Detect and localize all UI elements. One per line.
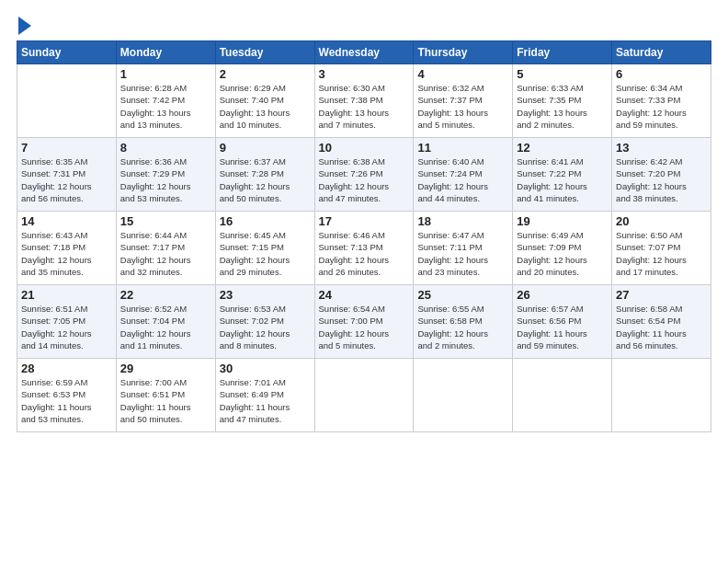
- calendar-cell: [17, 64, 117, 138]
- day-number: 27: [616, 288, 707, 302]
- day-info: Sunrise: 6:55 AMSunset: 6:58 PMDaylight:…: [417, 303, 508, 351]
- day-number: 20: [616, 214, 707, 228]
- calendar-cell: 24Sunrise: 6:54 AMSunset: 7:00 PMDayligh…: [314, 285, 414, 359]
- day-info: Sunrise: 6:28 AMSunset: 7:42 PMDaylight:…: [120, 82, 211, 131]
- calendar-week-row: 7Sunrise: 6:35 AMSunset: 7:31 PMDaylight…: [17, 138, 711, 212]
- day-number: 2: [220, 67, 311, 81]
- weekday-header-friday: Friday: [513, 41, 612, 64]
- day-info: Sunrise: 6:53 AMSunset: 7:02 PMDaylight:…: [220, 303, 311, 351]
- day-info: Sunrise: 6:43 AMSunset: 7:18 PMDaylight:…: [21, 229, 112, 278]
- day-number: 1: [120, 67, 211, 81]
- logo-arrow-icon: [18, 17, 31, 35]
- calendar-cell: 3Sunrise: 6:30 AMSunset: 7:38 PMDaylight…: [314, 64, 414, 138]
- calendar-cell: 5Sunrise: 6:33 AMSunset: 7:35 PMDaylight…: [513, 64, 612, 138]
- calendar-cell: 23Sunrise: 6:53 AMSunset: 7:02 PMDayligh…: [215, 285, 314, 359]
- weekday-header-row: SundayMondayTuesdayWednesdayThursdayFrid…: [17, 41, 711, 64]
- calendar-cell: [513, 359, 612, 432]
- logo: [17, 17, 31, 31]
- calendar-cell: 2Sunrise: 6:29 AMSunset: 7:40 PMDaylight…: [215, 64, 314, 138]
- day-number: 5: [517, 67, 608, 81]
- day-number: 26: [517, 288, 608, 302]
- day-number: 8: [120, 141, 211, 155]
- calendar-cell: 27Sunrise: 6:58 AMSunset: 6:54 PMDayligh…: [612, 285, 711, 359]
- day-info: Sunrise: 6:35 AMSunset: 7:31 PMDaylight:…: [21, 155, 112, 204]
- day-number: 12: [517, 141, 608, 155]
- day-number: 10: [319, 141, 410, 155]
- calendar-cell: 10Sunrise: 6:38 AMSunset: 7:26 PMDayligh…: [314, 138, 414, 212]
- day-number: 22: [120, 288, 211, 302]
- day-info: Sunrise: 6:51 AMSunset: 7:05 PMDaylight:…: [21, 303, 112, 351]
- day-info: Sunrise: 6:45 AMSunset: 7:15 PMDaylight:…: [220, 229, 311, 278]
- day-info: Sunrise: 6:52 AMSunset: 7:04 PMDaylight:…: [120, 303, 211, 351]
- weekday-header-sunday: Sunday: [17, 41, 117, 64]
- calendar-cell: 4Sunrise: 6:32 AMSunset: 7:37 PMDaylight…: [414, 64, 513, 138]
- calendar-cell: 1Sunrise: 6:28 AMSunset: 7:42 PMDaylight…: [116, 64, 215, 138]
- calendar-cell: 17Sunrise: 6:46 AMSunset: 7:13 PMDayligh…: [314, 212, 414, 285]
- day-number: 11: [417, 141, 508, 155]
- day-info: Sunrise: 6:37 AMSunset: 7:28 PMDaylight:…: [220, 155, 311, 204]
- day-number: 24: [319, 288, 410, 302]
- calendar-cell: 11Sunrise: 6:40 AMSunset: 7:24 PMDayligh…: [414, 138, 513, 212]
- day-info: Sunrise: 6:50 AMSunset: 7:07 PMDaylight:…: [616, 229, 707, 278]
- calendar-week-row: 1Sunrise: 6:28 AMSunset: 7:42 PMDaylight…: [17, 64, 711, 138]
- day-number: 13: [616, 141, 707, 155]
- weekday-header-thursday: Thursday: [414, 41, 513, 64]
- calendar-cell: 8Sunrise: 6:36 AMSunset: 7:29 PMDaylight…: [116, 138, 215, 212]
- calendar-cell: 28Sunrise: 6:59 AMSunset: 6:53 PMDayligh…: [17, 359, 117, 432]
- day-number: 28: [21, 362, 112, 375]
- logo-top: [17, 17, 31, 35]
- day-number: 17: [319, 214, 410, 228]
- day-info: Sunrise: 6:34 AMSunset: 7:33 PMDaylight:…: [616, 82, 707, 131]
- weekday-header-tuesday: Tuesday: [215, 41, 314, 64]
- day-info: Sunrise: 6:59 AMSunset: 6:53 PMDaylight:…: [21, 376, 112, 425]
- weekday-header-wednesday: Wednesday: [314, 41, 414, 64]
- weekday-header-monday: Monday: [116, 41, 215, 64]
- day-number: 21: [21, 288, 112, 302]
- day-info: Sunrise: 6:47 AMSunset: 7:11 PMDaylight:…: [417, 229, 508, 278]
- day-number: 18: [417, 214, 508, 228]
- day-info: Sunrise: 6:29 AMSunset: 7:40 PMDaylight:…: [220, 82, 311, 131]
- day-info: Sunrise: 6:36 AMSunset: 7:29 PMDaylight:…: [120, 155, 211, 204]
- day-info: Sunrise: 6:49 AMSunset: 7:09 PMDaylight:…: [517, 229, 608, 278]
- calendar-cell: 15Sunrise: 6:44 AMSunset: 7:17 PMDayligh…: [116, 212, 215, 285]
- day-info: Sunrise: 7:01 AMSunset: 6:49 PMDaylight:…: [220, 376, 311, 425]
- day-info: Sunrise: 6:32 AMSunset: 7:37 PMDaylight:…: [417, 82, 508, 131]
- calendar-cell: 22Sunrise: 6:52 AMSunset: 7:04 PMDayligh…: [116, 285, 215, 359]
- calendar-week-row: 28Sunrise: 6:59 AMSunset: 6:53 PMDayligh…: [17, 359, 711, 432]
- day-info: Sunrise: 7:00 AMSunset: 6:51 PMDaylight:…: [120, 376, 211, 425]
- calendar-cell: 6Sunrise: 6:34 AMSunset: 7:33 PMDaylight…: [612, 64, 711, 138]
- calendar-cell: 7Sunrise: 6:35 AMSunset: 7:31 PMDaylight…: [17, 138, 117, 212]
- day-info: Sunrise: 6:46 AMSunset: 7:13 PMDaylight:…: [319, 229, 410, 278]
- day-info: Sunrise: 6:41 AMSunset: 7:22 PMDaylight:…: [517, 155, 608, 204]
- calendar-cell: 20Sunrise: 6:50 AMSunset: 7:07 PMDayligh…: [612, 212, 711, 285]
- calendar-cell: 19Sunrise: 6:49 AMSunset: 7:09 PMDayligh…: [513, 212, 612, 285]
- calendar-cell: 12Sunrise: 6:41 AMSunset: 7:22 PMDayligh…: [513, 138, 612, 212]
- day-number: 14: [21, 214, 112, 228]
- calendar-cell: 30Sunrise: 7:01 AMSunset: 6:49 PMDayligh…: [215, 359, 314, 432]
- day-number: 25: [417, 288, 508, 302]
- day-number: 15: [120, 214, 211, 228]
- calendar-table: SundayMondayTuesdayWednesdayThursdayFrid…: [17, 40, 711, 432]
- day-info: Sunrise: 6:40 AMSunset: 7:24 PMDaylight:…: [417, 155, 508, 204]
- day-number: 19: [517, 214, 608, 228]
- calendar-week-row: 14Sunrise: 6:43 AMSunset: 7:18 PMDayligh…: [17, 212, 711, 285]
- calendar-week-row: 21Sunrise: 6:51 AMSunset: 7:05 PMDayligh…: [17, 285, 711, 359]
- day-info: Sunrise: 6:30 AMSunset: 7:38 PMDaylight:…: [319, 82, 410, 131]
- calendar-cell: 26Sunrise: 6:57 AMSunset: 6:56 PMDayligh…: [513, 285, 612, 359]
- header: [17, 17, 711, 31]
- calendar-cell: 25Sunrise: 6:55 AMSunset: 6:58 PMDayligh…: [414, 285, 513, 359]
- calendar-cell: 13Sunrise: 6:42 AMSunset: 7:20 PMDayligh…: [612, 138, 711, 212]
- calendar-cell: 21Sunrise: 6:51 AMSunset: 7:05 PMDayligh…: [17, 285, 117, 359]
- calendar-cell: [314, 359, 414, 432]
- calendar-cell: 16Sunrise: 6:45 AMSunset: 7:15 PMDayligh…: [215, 212, 314, 285]
- calendar-cell: 14Sunrise: 6:43 AMSunset: 7:18 PMDayligh…: [17, 212, 117, 285]
- calendar-cell: 9Sunrise: 6:37 AMSunset: 7:28 PMDaylight…: [215, 138, 314, 212]
- day-number: 3: [319, 67, 410, 81]
- day-number: 29: [120, 362, 211, 375]
- calendar-cell: 29Sunrise: 7:00 AMSunset: 6:51 PMDayligh…: [116, 359, 215, 432]
- day-number: 7: [21, 141, 112, 155]
- day-number: 16: [220, 214, 311, 228]
- weekday-header-saturday: Saturday: [612, 41, 711, 64]
- day-info: Sunrise: 6:44 AMSunset: 7:17 PMDaylight:…: [120, 229, 211, 278]
- day-info: Sunrise: 6:58 AMSunset: 6:54 PMDaylight:…: [616, 303, 707, 351]
